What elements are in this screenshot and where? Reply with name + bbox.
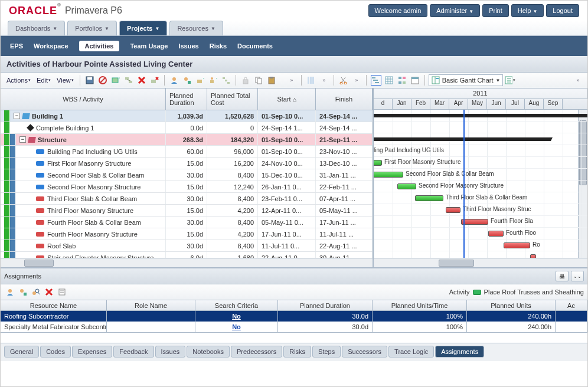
welcome-button[interactable]: Welcome admin xyxy=(368,4,428,17)
col-units-time[interactable]: Planned Units/Time xyxy=(373,300,467,310)
col-duration[interactable]: Planned Duration xyxy=(166,88,207,110)
h-scrollbar[interactable] xyxy=(1,258,373,267)
gantt-row[interactable]: Second Floor Slab & Collar Beam xyxy=(374,169,587,181)
gantt-row[interactable] xyxy=(374,251,587,258)
layout-options-icon[interactable]: ▾ xyxy=(504,74,516,86)
grid-row[interactable]: Fourth Floor Masonry Structure15.0d4,200… xyxy=(1,228,373,240)
h-scrollbar[interactable] xyxy=(374,258,587,267)
gantt-row[interactable]: ling Pad Including UG Utils xyxy=(374,145,587,157)
chevron-right-icon[interactable]: » xyxy=(318,74,330,86)
detail-tab-successors[interactable]: Successors xyxy=(342,346,387,358)
delete-linked-icon[interactable] xyxy=(149,74,161,86)
gantt-bar[interactable] xyxy=(530,254,536,258)
grid-body[interactable]: −Building 11,039.3d1,520,62801-Sep-10 0.… xyxy=(1,110,373,258)
subnav-workspace[interactable]: Workspace xyxy=(34,42,68,50)
subnav-documents[interactable]: Documents xyxy=(237,42,273,50)
col-search[interactable]: Search Criteria xyxy=(195,300,278,310)
assign-role-search-icon[interactable] xyxy=(30,286,42,298)
expand-panel-icon[interactable]: ⌄⌄ xyxy=(571,271,584,281)
network-view-icon[interactable] xyxy=(396,74,408,86)
gantt-row[interactable]: First Floor Masonry Structure xyxy=(374,157,587,169)
grid-row[interactable]: Third Floor Masonry Structure15.0d4,2001… xyxy=(1,205,373,217)
col-start[interactable]: Start △ xyxy=(258,88,316,110)
assignment-row[interactable]: Specialty Metal Fabricator Subcontr...No… xyxy=(1,322,587,332)
gantt-body[interactable]: ling Pad Including UG UtilsFirst Floor M… xyxy=(374,110,587,258)
help-button[interactable]: Help▼ xyxy=(511,4,544,17)
detail-tab-feedback[interactable]: Feedback xyxy=(113,346,153,358)
add-icon[interactable]: ＋ xyxy=(110,74,122,86)
chevron-right-icon[interactable]: » xyxy=(286,74,298,86)
gantt-bar[interactable] xyxy=(461,219,488,225)
cut-icon[interactable] xyxy=(338,74,349,86)
assignment-row[interactable]: Roofing SubcontractorNo30.0d100%240.00h xyxy=(1,311,587,322)
col-cost[interactable]: Planned Total Cost xyxy=(207,88,258,110)
tab-dashboards[interactable]: Dashboards▼ xyxy=(8,21,65,35)
scrollbar-thumb[interactable] xyxy=(439,260,474,267)
tab-projects[interactable]: Projects▼ xyxy=(119,21,167,35)
chevron-right-icon[interactable]: » xyxy=(572,74,584,86)
col-resource[interactable]: Resource Name xyxy=(1,300,107,310)
print-button[interactable]: Print xyxy=(482,4,509,17)
grid-row[interactable]: Complete Building 10.0d024-Sep-14 1...24… xyxy=(1,122,373,134)
table-view-icon[interactable] xyxy=(383,74,395,86)
gantt-view-icon[interactable] xyxy=(370,74,382,86)
resource-icon[interactable] xyxy=(168,74,180,86)
subnav-eps[interactable]: EPS xyxy=(10,42,23,50)
detail-tab-general[interactable]: General xyxy=(4,346,39,358)
actions-menu[interactable]: Actions▾ xyxy=(4,76,33,85)
delete-icon[interactable] xyxy=(136,74,148,86)
gantt-row[interactable]: Fourth Floo xyxy=(374,228,587,240)
cell-search[interactable]: No xyxy=(195,322,278,332)
copy-icon[interactable] xyxy=(253,74,264,86)
detail-tab-risks[interactable]: Risks xyxy=(283,346,311,358)
gantt-summary-bar[interactable] xyxy=(374,114,587,117)
edit-menu[interactable]: Edit▾ xyxy=(34,76,53,85)
detail-tab-notebooks[interactable]: Notebooks xyxy=(187,346,230,358)
assign-role-icon[interactable] xyxy=(17,286,29,298)
assign-role-icon[interactable]: ＋ xyxy=(207,74,219,86)
gantt-summary-bar[interactable] xyxy=(374,137,551,141)
chevron-right-icon[interactable]: » xyxy=(351,74,362,86)
detail-tab-steps[interactable]: Steps xyxy=(312,346,341,358)
col-finish[interactable]: Finish xyxy=(316,88,373,110)
gantt-bar[interactable] xyxy=(374,172,403,178)
detail-tab-trace-logic[interactable]: Trace Logic xyxy=(388,346,434,358)
paste-icon[interactable] xyxy=(266,74,277,86)
grid-row[interactable]: Third Floor Slab & Collar Beam30.0d8,400… xyxy=(1,193,373,205)
grid-row[interactable]: −Structure268.3d184,32001-Sep-10 0...21-… xyxy=(1,134,373,146)
assign-resource-icon[interactable] xyxy=(4,286,16,298)
assign-add-icon[interactable]: ＋ xyxy=(194,74,206,86)
grid-row[interactable]: Second Floor Masonry Structure15.0d12,24… xyxy=(1,181,373,193)
gantt-bar[interactable] xyxy=(488,231,504,237)
grid-row[interactable]: Roof Slab30.0d8,40011-Jul-11 0...22-Aug-… xyxy=(1,240,373,252)
gantt-row[interactable]: Second Floor Masonry Structure xyxy=(374,181,587,192)
calendar-view-icon[interactable] xyxy=(409,74,421,86)
detail-tab-assignments[interactable]: Assignments xyxy=(435,346,484,358)
subnav-issues[interactable]: Issues xyxy=(178,42,198,50)
role-icon[interactable] xyxy=(181,74,193,86)
columns-icon[interactable] xyxy=(305,74,317,86)
detail-tab-expenses[interactable]: Expenses xyxy=(72,346,112,358)
gantt-row[interactable]: Third Floor Masonry Struc xyxy=(374,204,587,216)
grid-row[interactable]: Fourth Floor Slab & Collar Beam30.0d8,40… xyxy=(1,217,373,228)
grid-row[interactable]: −Building 11,039.3d1,520,62801-Sep-10 0.… xyxy=(1,110,373,122)
gantt-bar[interactable] xyxy=(504,242,530,248)
gantt-row[interactable] xyxy=(374,122,587,133)
steps-icon[interactable] xyxy=(220,74,232,86)
subnav-team[interactable]: Team Usage xyxy=(130,42,168,50)
tab-resources[interactable]: Resources▼ xyxy=(169,21,223,35)
gantt-bar[interactable] xyxy=(397,183,416,189)
gantt-bar[interactable] xyxy=(446,207,460,213)
detail-tab-predecessors[interactable]: Predecessors xyxy=(231,346,282,358)
gantt-row[interactable] xyxy=(374,110,587,122)
lock-icon[interactable] xyxy=(240,74,251,86)
gantt-bar[interactable] xyxy=(415,195,443,201)
detail-tab-issues[interactable]: Issues xyxy=(155,346,186,358)
subnav-risks[interactable]: Risks xyxy=(210,42,227,50)
grid-row[interactable]: Second Floor Slab & Collar Beam30.0d8,40… xyxy=(1,169,373,181)
gantt-row[interactable]: Fourth Floor Sla xyxy=(374,216,587,228)
gantt-bar[interactable] xyxy=(374,160,382,166)
cancel-icon[interactable] xyxy=(97,74,109,86)
detail-tab-codes[interactable]: Codes xyxy=(40,346,71,358)
cell-search[interactable]: No xyxy=(195,311,278,322)
